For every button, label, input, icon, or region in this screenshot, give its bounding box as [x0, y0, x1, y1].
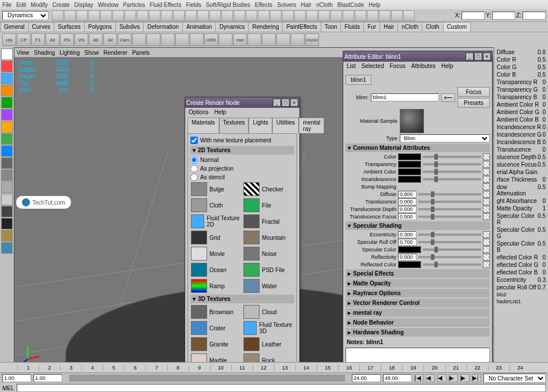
channel-attr[interactable]: Transparency B0: [496, 93, 547, 101]
shelf-tab-painteffects[interactable]: PaintEffects: [282, 22, 321, 32]
map-button[interactable]: [483, 191, 490, 198]
play-button[interactable]: ▶: [449, 374, 458, 382]
slider[interactable]: [423, 248, 481, 251]
shelf-btn[interactable]: VN: [74, 33, 88, 46]
attribute-editor[interactable]: Attribute Editor: blinn1 _ □ × ListSelec…: [343, 51, 493, 392]
shelf-btn[interactable]: FN: [60, 33, 74, 46]
crn-tab-lights[interactable]: Lights: [249, 118, 272, 133]
section-2d-textures[interactable]: ▾2D Textures: [190, 146, 294, 154]
shelf-btn[interactable]: HsHd: [305, 33, 319, 46]
crn-menu-help[interactable]: Help: [214, 109, 226, 115]
toolbar-btn[interactable]: [246, 10, 257, 21]
shelf-tab-animation[interactable]: Animation: [182, 22, 216, 32]
map-button[interactable]: [483, 168, 490, 175]
channel-attr[interactable]: slucence Focus0.5: [496, 161, 547, 168]
create-render-node-dialog[interactable]: Create Render Node _ □ × OptionsHelp Mat…: [185, 97, 300, 389]
toolbar-btn[interactable]: [209, 10, 221, 21]
module-dropdown[interactable]: Dynamics: [2, 11, 48, 20]
range-max-input[interactable]: [383, 374, 412, 382]
shelf-btn[interactable]: [219, 33, 232, 46]
map-button[interactable]: [483, 254, 490, 261]
tool-icon[interactable]: [1, 97, 13, 108]
texture-fluid-texture-2d[interactable]: Fluid Texture 2D: [190, 214, 242, 229]
shelf-btn[interactable]: [276, 33, 290, 46]
menu-soft/rigid bodies[interactable]: Soft/Rigid Bodies: [206, 2, 250, 8]
crn-tab-utilities[interactable]: Utilities: [272, 118, 299, 133]
rewind-button[interactable]: |◀: [414, 374, 423, 382]
section-common[interactable]: ▾Common Material Attributes: [346, 144, 490, 152]
color-swatch[interactable]: [398, 246, 421, 253]
ae-menu-list[interactable]: List: [347, 63, 356, 69]
texture-grid[interactable]: Grid: [190, 230, 242, 245]
value-input[interactable]: [398, 239, 416, 246]
texture-water[interactable]: Water: [243, 278, 294, 293]
tool-icon[interactable]: [1, 48, 13, 60]
shelf-tab-ncloth[interactable]: nCloth: [397, 22, 422, 32]
channel-attr[interactable]: Color G0.5: [496, 63, 547, 71]
ae-menu-attributes[interactable]: Attributes: [411, 63, 436, 69]
toolbar-btn[interactable]: [185, 10, 197, 21]
shelf-btn[interactable]: [262, 33, 276, 46]
menu-solvers[interactable]: Solvers: [277, 2, 296, 8]
menu-fluid effects[interactable]: Fluid Effects: [150, 2, 182, 8]
section-3d-textures[interactable]: ▾3D Textures: [190, 295, 294, 303]
play-back-button[interactable]: ◀: [437, 374, 446, 382]
toolbar-btn[interactable]: [100, 10, 112, 21]
time-ruler[interactable]: 123456789101112131415161718192021222324: [0, 363, 548, 373]
maximize-icon[interactable]: □: [281, 99, 290, 107]
channel-attr[interactable]: Eccentricity0.3: [496, 276, 547, 284]
toolbar-btn[interactable]: [88, 10, 100, 21]
shelf-btn[interactable]: [247, 33, 261, 46]
step-back-button[interactable]: ◀: [426, 374, 435, 382]
toolbar-btn[interactable]: [222, 10, 233, 21]
channel-attr[interactable]: Incandescence G0: [496, 131, 547, 138]
channel-attr[interactable]: slucence Depth0.5: [496, 153, 547, 161]
toolbar-btn[interactable]: [161, 10, 172, 21]
texture-psd-file[interactable]: PSD File: [243, 262, 294, 277]
section-vector-renderer-control[interactable]: ▸Vector Renderer Control: [346, 299, 490, 307]
tool-icon[interactable]: [1, 230, 13, 242]
map-button[interactable]: [483, 246, 490, 253]
section-special-effects[interactable]: ▸Special Effects: [346, 269, 490, 278]
x-input[interactable]: [461, 12, 485, 20]
texture-movie[interactable]: Movie: [190, 246, 242, 261]
map-button[interactable]: [483, 231, 490, 238]
map-button[interactable]: [483, 239, 490, 246]
menu-window[interactable]: Window: [98, 2, 119, 8]
menu-hair[interactable]: Hair: [301, 2, 311, 8]
texture-fluid-texture-3d[interactable]: Fluid Texture 3D: [243, 321, 294, 336]
end-button[interactable]: ▶|: [472, 374, 481, 382]
tool-icon[interactable]: [1, 73, 13, 84]
radio-as-projection[interactable]: [190, 165, 198, 172]
menu-file[interactable]: File: [2, 2, 12, 8]
crn-tab-materials[interactable]: Materials: [187, 118, 219, 133]
toolbar-btn[interactable]: [318, 10, 330, 21]
toolbar-btn[interactable]: [306, 10, 318, 21]
slider[interactable]: [418, 241, 481, 243]
close-icon[interactable]: ×: [290, 99, 298, 107]
name-input[interactable]: [371, 93, 439, 101]
step-fwd-button[interactable]: ▶: [460, 374, 470, 382]
tool-icon[interactable]: [1, 121, 13, 133]
color-swatch[interactable]: [398, 161, 421, 168]
color-swatch[interactable]: [398, 261, 421, 268]
channel-attr[interactable]: eflected Color G0: [496, 261, 547, 269]
radio-normal[interactable]: [190, 156, 198, 164]
minimize-icon[interactable]: _: [466, 52, 474, 61]
toolbar-btn[interactable]: [331, 10, 342, 21]
toolbar-btn[interactable]: [343, 10, 354, 21]
texture-checker[interactable]: Checker: [243, 182, 294, 197]
toolbar-btn[interactable]: [149, 10, 160, 21]
toolbar-btn[interactable]: [403, 10, 415, 21]
tool-icon[interactable]: [1, 109, 13, 120]
channel-attr[interactable]: eflected Color B0: [496, 269, 547, 276]
slider[interactable]: [423, 178, 481, 180]
z-input[interactable]: [523, 12, 546, 20]
range-start-input[interactable]: [2, 374, 31, 382]
range-slider[interactable]: [69, 375, 345, 382]
map-button[interactable]: [483, 198, 490, 205]
toolbar-btn[interactable]: [391, 10, 403, 21]
texture-crater[interactable]: Crater: [190, 321, 242, 336]
ae-menu-selected[interactable]: Selected: [362, 63, 384, 69]
channel-attr[interactable]: Ambient Color G0: [496, 108, 547, 116]
